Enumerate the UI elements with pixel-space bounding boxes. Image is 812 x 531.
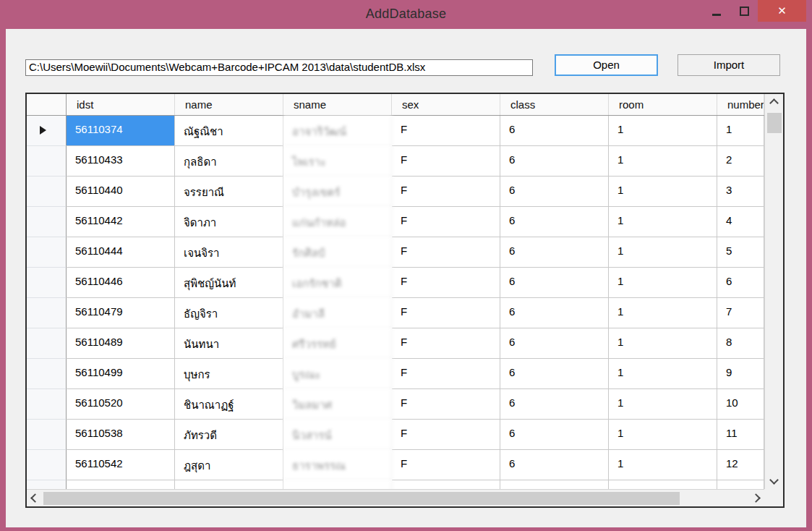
- cell-room[interactable]: 1: [609, 389, 717, 420]
- cell-room[interactable]: 1: [609, 298, 717, 328]
- column-header-number[interactable]: number: [717, 94, 764, 115]
- cell-room[interactable]: 1: [609, 450, 717, 480]
- cell-class[interactable]: 6: [500, 116, 609, 146]
- horizontal-scroll-thumb[interactable]: [43, 492, 680, 505]
- cell-sname[interactable]: บำรุงเขตร์: [283, 177, 392, 207]
- row-selector[interactable]: [27, 420, 67, 450]
- cell-sex[interactable]: F: [392, 177, 500, 207]
- cell-room[interactable]: 1: [609, 480, 717, 489]
- column-header-sname[interactable]: sname: [283, 94, 392, 115]
- cell-name[interactable]: โสภิดา: [175, 480, 283, 489]
- column-header-room[interactable]: room: [609, 94, 717, 115]
- open-button[interactable]: Open: [555, 54, 658, 76]
- row-selector[interactable]: [27, 359, 67, 389]
- cell-room[interactable]: 1: [609, 268, 717, 298]
- cell-name[interactable]: จิดาภา: [175, 207, 283, 237]
- cell-idst[interactable]: 56110520: [67, 389, 175, 420]
- row-selector[interactable]: [27, 146, 67, 177]
- row-selector[interactable]: [27, 450, 67, 480]
- cell-sex[interactable]: F: [392, 450, 500, 480]
- cell-name[interactable]: จรรยาณี: [175, 177, 283, 207]
- cell-idst[interactable]: 56110442: [67, 207, 175, 237]
- column-header-name[interactable]: name: [175, 94, 283, 115]
- cell-sname[interactable]: รักศิลป์: [283, 237, 392, 268]
- cell-class[interactable]: 6: [500, 480, 609, 489]
- file-path-input[interactable]: C:\Users\Moewii\Documents\Webcam+Barcode…: [25, 59, 533, 76]
- cell-idst[interactable]: 56110584: [67, 480, 175, 489]
- cell-class[interactable]: 6: [500, 207, 609, 237]
- row-selector[interactable]: [27, 480, 67, 489]
- scroll-down-icon[interactable]: [769, 475, 779, 485]
- vertical-scrollbar[interactable]: [764, 94, 783, 489]
- cell-number[interactable]: 7: [717, 298, 764, 328]
- row-selector[interactable]: [27, 116, 67, 146]
- cell-idst[interactable]: 56110433: [67, 146, 175, 177]
- cell-class[interactable]: 6: [500, 328, 609, 359]
- cell-sname[interactable]: แก่นกำหล่อ: [283, 207, 392, 237]
- cell-idst[interactable]: 56110489: [67, 328, 175, 359]
- row-selector[interactable]: [27, 237, 67, 268]
- scroll-up-icon[interactable]: [769, 98, 779, 108]
- cell-class[interactable]: 6: [500, 177, 609, 207]
- cell-number[interactable]: 1: [717, 116, 764, 146]
- cell-class[interactable]: 6: [500, 268, 609, 298]
- cell-sname[interactable]: ไพเราะ: [283, 146, 392, 177]
- cell-idst[interactable]: 56110374: [67, 116, 175, 146]
- cell-name[interactable]: กุลธิดา: [175, 146, 283, 177]
- cell-room[interactable]: 1: [609, 116, 717, 146]
- row-selector[interactable]: [27, 389, 67, 420]
- cell-sname[interactable]: ธนวรรณ: [283, 480, 392, 489]
- cell-idst[interactable]: 56110542: [67, 450, 175, 480]
- cell-sex[interactable]: F: [392, 328, 500, 359]
- cell-name[interactable]: นันทนา: [175, 328, 283, 359]
- cell-number[interactable]: 3: [717, 177, 764, 207]
- cell-class[interactable]: 6: [500, 146, 609, 177]
- cell-class[interactable]: 6: [500, 450, 609, 480]
- maximize-button[interactable]: [730, 0, 758, 22]
- cell-sname[interactable]: วิมลมาศ: [283, 389, 392, 420]
- cell-number[interactable]: 5: [717, 237, 764, 268]
- row-selector-header[interactable]: [27, 94, 67, 115]
- column-header-class[interactable]: class: [500, 94, 609, 115]
- cell-room[interactable]: 1: [609, 328, 717, 359]
- cell-name[interactable]: สุพิชญ์นันท์: [175, 268, 283, 298]
- cell-idst[interactable]: 56110479: [67, 298, 175, 328]
- cell-sname[interactable]: ธาราพรรณ: [283, 450, 392, 480]
- cell-sex[interactable]: F: [392, 237, 500, 268]
- cell-sex[interactable]: F: [392, 146, 500, 177]
- cell-class[interactable]: 6: [500, 420, 609, 450]
- cell-number[interactable]: 10: [717, 389, 764, 420]
- cell-sex[interactable]: F: [392, 480, 500, 489]
- cell-number[interactable]: 6: [717, 268, 764, 298]
- cell-name[interactable]: ฎสุดา: [175, 450, 283, 480]
- cell-sex[interactable]: F: [392, 420, 500, 450]
- cell-class[interactable]: 6: [500, 389, 609, 420]
- cell-sname[interactable]: เอกรักชาติ: [283, 268, 392, 298]
- cell-name[interactable]: ภัทรวดี: [175, 420, 283, 450]
- cell-room[interactable]: 1: [609, 420, 717, 450]
- cell-number[interactable]: 8: [717, 328, 764, 359]
- cell-number[interactable]: 12: [717, 450, 764, 480]
- row-selector[interactable]: [27, 207, 67, 237]
- cell-room[interactable]: 1: [609, 146, 717, 177]
- vertical-scroll-thumb[interactable]: [767, 113, 782, 133]
- cell-name[interactable]: บุษกร: [175, 359, 283, 389]
- cell-idst[interactable]: 56110440: [67, 177, 175, 207]
- row-selector[interactable]: [27, 268, 67, 298]
- close-button[interactable]: ✕: [758, 0, 806, 22]
- cell-name[interactable]: ณัฐณิชา: [175, 116, 283, 146]
- row-selector[interactable]: [27, 328, 67, 359]
- cell-sex[interactable]: F: [392, 389, 500, 420]
- cell-number[interactable]: 2: [717, 146, 764, 177]
- cell-idst[interactable]: 56110499: [67, 359, 175, 389]
- cell-name[interactable]: เจนจิรา: [175, 237, 283, 268]
- row-selector[interactable]: [27, 177, 67, 207]
- cell-sex[interactable]: F: [392, 207, 500, 237]
- cell-idst[interactable]: 56110444: [67, 237, 175, 268]
- row-selector[interactable]: [27, 298, 67, 328]
- cell-room[interactable]: 1: [609, 177, 717, 207]
- cell-idst[interactable]: 56110446: [67, 268, 175, 298]
- minimize-button[interactable]: [703, 0, 730, 22]
- column-header-sex[interactable]: sex: [392, 94, 500, 115]
- cell-class[interactable]: 6: [500, 298, 609, 328]
